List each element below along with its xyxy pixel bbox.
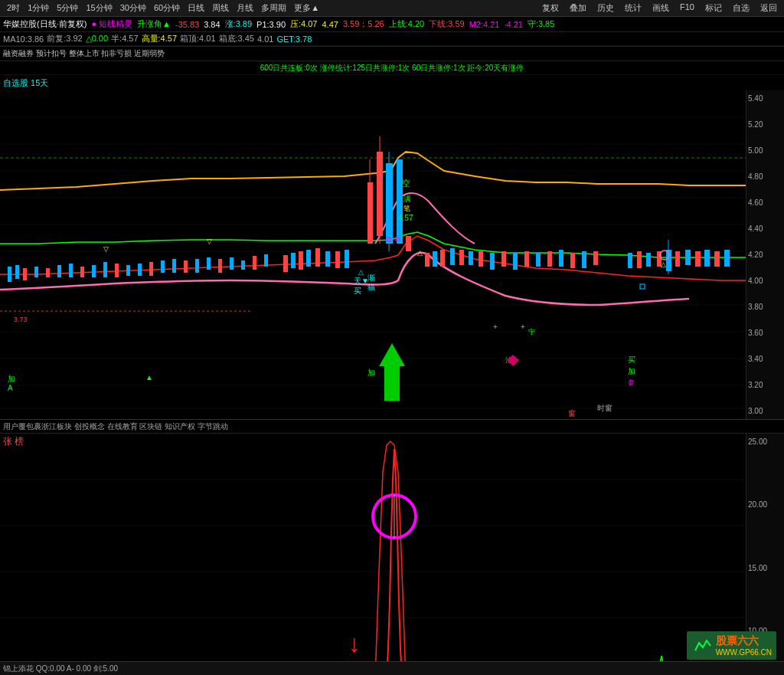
- box-label: 箱顶:4.01: [180, 33, 215, 44]
- btn-history[interactable]: 历史: [593, 2, 618, 14]
- timeframe-5m[interactable]: 5分钟: [53, 2, 82, 14]
- m2-label: M2:4.21: [469, 20, 500, 29]
- btn-f10[interactable]: F10: [676, 2, 698, 14]
- timeframe-30m[interactable]: 30分钟: [116, 2, 150, 14]
- ind-price-2: 20.00: [748, 500, 782, 509]
- svg-text:△: △: [358, 268, 364, 276]
- svg-text:4.57: 4.57: [398, 214, 413, 222]
- svg-rect-15: [23, 268, 27, 280]
- toolbar: 2时 1分钟 5分钟 15分钟 30分钟 60分钟 日线 周线 月线 多周期 更…: [0, 0, 784, 17]
- ind-price-1: 25.00: [748, 437, 782, 446]
- btn-diejia[interactable]: 叠加: [566, 2, 590, 14]
- svg-rect-119: [0, 434, 746, 675]
- svg-rect-62: [513, 253, 518, 270]
- svg-rect-65: [547, 251, 552, 267]
- timeframe-weekly[interactable]: 周线: [208, 2, 233, 14]
- self-selected-label: 自选股 15天: [3, 77, 48, 89]
- svg-rect-41: [315, 248, 320, 267]
- svg-text:满: 满: [403, 195, 411, 203]
- pressure-label: 压:4.07: [290, 18, 317, 30]
- svg-rect-59: [479, 251, 483, 267]
- svg-rect-44: [345, 250, 349, 268]
- range-val: 3.59：5.26: [343, 18, 384, 30]
- uploss-label: 升涨角▲: [137, 18, 171, 30]
- watermark-logo: 股票六六 WWW.GP66.CN: [687, 631, 776, 660]
- svg-rect-26: [149, 262, 153, 276]
- price-level-8: 4.00: [748, 277, 782, 285]
- timeframe-daily[interactable]: 日线: [184, 2, 208, 14]
- timeframe-more[interactable]: 更多▲: [290, 2, 323, 14]
- uploss-val: -35.83: [175, 20, 199, 29]
- svg-rect-38: [291, 253, 296, 268]
- main-chart: ▽ ▽ △ △ 空 满 笔 4.57 3.73 渐 猫 △ 天▼ 买 加 A ▲…: [0, 90, 784, 420]
- timeframe-2h[interactable]: 2时: [3, 2, 24, 14]
- svg-rect-36: [264, 254, 268, 267]
- svg-rect-39: [299, 251, 303, 270]
- svg-rect-35: [253, 256, 256, 270]
- indicator-area: 张 榜 预 锦上添花 QQ:0.00 A- 0.00 剑:5.00 ↓ ↑: [0, 434, 784, 675]
- tags2bar: 用户覆包裹浙江板块 创投概念 在线教育 区块链 知识产权 字节跳动: [0, 420, 784, 434]
- svg-rect-58: [469, 251, 473, 265]
- svg-rect-42: [325, 251, 330, 267]
- svg-rect-43: [335, 251, 340, 268]
- high-label: 高量:4.57: [142, 33, 177, 44]
- svg-rect-76: [675, 251, 680, 267]
- price-level-2: 5.20: [748, 120, 782, 129]
- stock-title: 华媒控股(日线·前复权): [3, 18, 87, 30]
- svg-rect-22: [103, 262, 107, 277]
- btn-fuquan[interactable]: 复权: [538, 2, 563, 14]
- svg-text:▲: ▲: [145, 373, 153, 382]
- timeframe-15m[interactable]: 15分钟: [82, 2, 116, 14]
- timeframe-60m[interactable]: 60分钟: [150, 2, 184, 14]
- indicator-header: 张 榜 预: [3, 435, 39, 448]
- svg-rect-78: [695, 251, 701, 267]
- svg-rect-63: [524, 251, 529, 267]
- btn-draw[interactable]: 画线: [648, 2, 673, 14]
- svg-rect-40: [306, 250, 311, 267]
- svg-rect-71: [637, 251, 642, 268]
- svg-text:+: +: [521, 323, 525, 331]
- timeframe-monthly[interactable]: 月线: [233, 2, 257, 14]
- box2-label: 箱底:3.45: [219, 33, 254, 44]
- btn-mystock[interactable]: 自选: [729, 2, 753, 14]
- svg-text:△: △: [417, 249, 423, 257]
- svg-text:加: 加: [628, 367, 635, 375]
- indicator-svg: ↓ ↑: [0, 434, 746, 675]
- price-level-3: 5.00: [748, 146, 782, 155]
- svg-text:参: 参: [628, 378, 635, 386]
- svg-rect-67: [570, 253, 575, 268]
- timeframe-1m[interactable]: 1分钟: [24, 2, 53, 14]
- btn-stats[interactable]: 统计: [621, 2, 645, 14]
- btn-return[interactable]: 返回: [756, 2, 781, 14]
- downline-label: 下线:3.59: [429, 18, 464, 30]
- statsbar: 600日共连板:0次 涨停统计:125日共涨停:1次 60日共涨停:1次 距今:…: [0, 61, 784, 75]
- price-level-6: 4.40: [748, 224, 782, 233]
- svg-rect-20: [80, 267, 84, 277]
- svg-rect-30: [195, 259, 199, 273]
- svg-rect-13: [8, 267, 11, 282]
- svg-rect-56: [450, 248, 455, 265]
- price-level-5: 4.60: [748, 198, 782, 207]
- svg-text:▽: ▽: [103, 245, 109, 253]
- price-level-11: 3.40: [748, 355, 782, 363]
- svg-rect-118: [640, 284, 645, 289]
- stats-text: 600日共连板:0次 涨停统计:125日共涨停:1次 60日共涨停:1次 距今:…: [260, 63, 524, 74]
- svg-rect-21: [92, 265, 96, 277]
- tags-text: 融资融券 预计扣号 整体上市 扣非亏损 近期弱势: [3, 48, 165, 59]
- svg-rect-77: [685, 250, 691, 265]
- svg-rect-16: [34, 267, 38, 277]
- ma10-2: 前复:3.92: [47, 33, 82, 44]
- timeframe-multi[interactable]: 多周期: [257, 2, 290, 14]
- ind-price-3: 15.00: [748, 564, 782, 572]
- svg-rect-61: [501, 251, 506, 267]
- price-level-1: 5.40: [748, 94, 782, 103]
- chart-svg: ▽ ▽ △ △ 空 满 笔 4.57 3.73 渐 猫 △ 天▼ 买 加 A ▲…: [0, 90, 746, 420]
- svg-rect-55: [440, 250, 445, 267]
- svg-text:笔: 笔: [403, 205, 410, 212]
- btn-mark[interactable]: 标记: [701, 2, 726, 14]
- svg-rect-51: [397, 159, 403, 244]
- infobar2: MA10:3.86 前复:3.92 △0.00 半:4.57 高量:4.57 箱…: [0, 32, 784, 46]
- svg-text:+: +: [493, 323, 498, 331]
- bottom-text: 锦上添花 QQ:0.00 A- 0.00 剑:5.00: [3, 664, 118, 674]
- svg-text:买: 买: [354, 287, 361, 295]
